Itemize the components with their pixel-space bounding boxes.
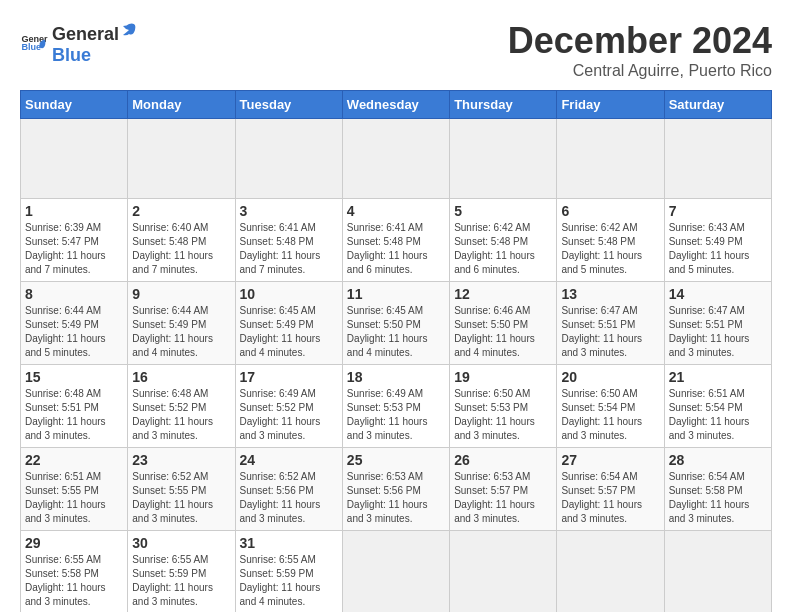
day-number: 7 [669,203,767,219]
calendar-week-row: 22Sunrise: 6:51 AMSunset: 5:55 PMDayligh… [21,448,772,531]
day-info: Sunrise: 6:45 AMSunset: 5:49 PMDaylight:… [240,304,338,360]
calendar-cell: 23Sunrise: 6:52 AMSunset: 5:55 PMDayligh… [128,448,235,531]
logo-blue-text: Blue [52,45,91,65]
day-number: 26 [454,452,552,468]
day-info: Sunrise: 6:41 AMSunset: 5:48 PMDaylight:… [347,221,445,277]
day-number: 21 [669,369,767,385]
day-number: 22 [25,452,123,468]
calendar-week-row: 1Sunrise: 6:39 AMSunset: 5:47 PMDaylight… [21,199,772,282]
day-number: 19 [454,369,552,385]
calendar-cell: 26Sunrise: 6:53 AMSunset: 5:57 PMDayligh… [450,448,557,531]
calendar-cell: 11Sunrise: 6:45 AMSunset: 5:50 PMDayligh… [342,282,449,365]
day-number: 2 [132,203,230,219]
calendar-cell: 25Sunrise: 6:53 AMSunset: 5:56 PMDayligh… [342,448,449,531]
svg-text:Blue: Blue [21,42,41,52]
calendar-cell: 21Sunrise: 6:51 AMSunset: 5:54 PMDayligh… [664,365,771,448]
day-info: Sunrise: 6:41 AMSunset: 5:48 PMDaylight:… [240,221,338,277]
day-info: Sunrise: 6:55 AMSunset: 5:58 PMDaylight:… [25,553,123,609]
day-info: Sunrise: 6:49 AMSunset: 5:52 PMDaylight:… [240,387,338,443]
day-info: Sunrise: 6:45 AMSunset: 5:50 PMDaylight:… [347,304,445,360]
day-info: Sunrise: 6:46 AMSunset: 5:50 PMDaylight:… [454,304,552,360]
calendar-cell: 9Sunrise: 6:44 AMSunset: 5:49 PMDaylight… [128,282,235,365]
calendar-header-tuesday: Tuesday [235,91,342,119]
day-info: Sunrise: 6:55 AMSunset: 5:59 PMDaylight:… [240,553,338,609]
calendar-cell: 18Sunrise: 6:49 AMSunset: 5:53 PMDayligh… [342,365,449,448]
day-info: Sunrise: 6:47 AMSunset: 5:51 PMDaylight:… [669,304,767,360]
day-number: 8 [25,286,123,302]
day-info: Sunrise: 6:49 AMSunset: 5:53 PMDaylight:… [347,387,445,443]
day-number: 10 [240,286,338,302]
day-number: 1 [25,203,123,219]
calendar-header-sunday: Sunday [21,91,128,119]
calendar-cell [557,119,664,199]
calendar-cell: 24Sunrise: 6:52 AMSunset: 5:56 PMDayligh… [235,448,342,531]
day-number: 31 [240,535,338,551]
calendar-cell: 13Sunrise: 6:47 AMSunset: 5:51 PMDayligh… [557,282,664,365]
calendar-cell: 17Sunrise: 6:49 AMSunset: 5:52 PMDayligh… [235,365,342,448]
calendar-cell [557,531,664,613]
day-info: Sunrise: 6:51 AMSunset: 5:54 PMDaylight:… [669,387,767,443]
day-number: 28 [669,452,767,468]
calendar-week-row: 8Sunrise: 6:44 AMSunset: 5:49 PMDaylight… [21,282,772,365]
day-number: 23 [132,452,230,468]
logo-bird-icon [119,20,139,40]
day-info: Sunrise: 6:44 AMSunset: 5:49 PMDaylight:… [25,304,123,360]
day-number: 3 [240,203,338,219]
day-number: 16 [132,369,230,385]
calendar-cell: 30Sunrise: 6:55 AMSunset: 5:59 PMDayligh… [128,531,235,613]
calendar-cell: 10Sunrise: 6:45 AMSunset: 5:49 PMDayligh… [235,282,342,365]
calendar-cell: 7Sunrise: 6:43 AMSunset: 5:49 PMDaylight… [664,199,771,282]
day-number: 6 [561,203,659,219]
day-number: 15 [25,369,123,385]
calendar-cell: 8Sunrise: 6:44 AMSunset: 5:49 PMDaylight… [21,282,128,365]
calendar-cell: 15Sunrise: 6:48 AMSunset: 5:51 PMDayligh… [21,365,128,448]
day-info: Sunrise: 6:51 AMSunset: 5:55 PMDaylight:… [25,470,123,526]
day-info: Sunrise: 6:42 AMSunset: 5:48 PMDaylight:… [561,221,659,277]
calendar-cell: 27Sunrise: 6:54 AMSunset: 5:57 PMDayligh… [557,448,664,531]
calendar-header-row: SundayMondayTuesdayWednesdayThursdayFrid… [21,91,772,119]
calendar-cell: 14Sunrise: 6:47 AMSunset: 5:51 PMDayligh… [664,282,771,365]
day-info: Sunrise: 6:54 AMSunset: 5:58 PMDaylight:… [669,470,767,526]
day-number: 30 [132,535,230,551]
day-info: Sunrise: 6:40 AMSunset: 5:48 PMDaylight:… [132,221,230,277]
calendar-week-row: 29Sunrise: 6:55 AMSunset: 5:58 PMDayligh… [21,531,772,613]
calendar-cell: 6Sunrise: 6:42 AMSunset: 5:48 PMDaylight… [557,199,664,282]
day-number: 9 [132,286,230,302]
day-info: Sunrise: 6:44 AMSunset: 5:49 PMDaylight:… [132,304,230,360]
day-info: Sunrise: 6:43 AMSunset: 5:49 PMDaylight:… [669,221,767,277]
calendar-cell [664,119,771,199]
calendar-cell [450,119,557,199]
calendar-header-friday: Friday [557,91,664,119]
day-number: 27 [561,452,659,468]
day-info: Sunrise: 6:50 AMSunset: 5:54 PMDaylight:… [561,387,659,443]
calendar-cell [128,119,235,199]
day-number: 11 [347,286,445,302]
calendar-header-monday: Monday [128,91,235,119]
day-number: 24 [240,452,338,468]
calendar-cell: 1Sunrise: 6:39 AMSunset: 5:47 PMDaylight… [21,199,128,282]
day-number: 13 [561,286,659,302]
day-info: Sunrise: 6:50 AMSunset: 5:53 PMDaylight:… [454,387,552,443]
calendar-cell: 31Sunrise: 6:55 AMSunset: 5:59 PMDayligh… [235,531,342,613]
calendar-cell [235,119,342,199]
day-info: Sunrise: 6:48 AMSunset: 5:51 PMDaylight:… [25,387,123,443]
day-info: Sunrise: 6:52 AMSunset: 5:55 PMDaylight:… [132,470,230,526]
calendar-cell: 3Sunrise: 6:41 AMSunset: 5:48 PMDaylight… [235,199,342,282]
calendar-cell [664,531,771,613]
day-info: Sunrise: 6:53 AMSunset: 5:57 PMDaylight:… [454,470,552,526]
calendar-cell: 2Sunrise: 6:40 AMSunset: 5:48 PMDaylight… [128,199,235,282]
calendar-header-wednesday: Wednesday [342,91,449,119]
calendar-week-row [21,119,772,199]
day-info: Sunrise: 6:47 AMSunset: 5:51 PMDaylight:… [561,304,659,360]
day-info: Sunrise: 6:53 AMSunset: 5:56 PMDaylight:… [347,470,445,526]
calendar-cell [342,119,449,199]
logo-general-text: General [52,24,119,45]
day-number: 12 [454,286,552,302]
calendar-cell: 29Sunrise: 6:55 AMSunset: 5:58 PMDayligh… [21,531,128,613]
calendar-cell [21,119,128,199]
calendar-cell: 28Sunrise: 6:54 AMSunset: 5:58 PMDayligh… [664,448,771,531]
calendar-header-thursday: Thursday [450,91,557,119]
page-header: General Blue General Blue December 2024 … [20,20,772,80]
day-number: 14 [669,286,767,302]
day-number: 4 [347,203,445,219]
